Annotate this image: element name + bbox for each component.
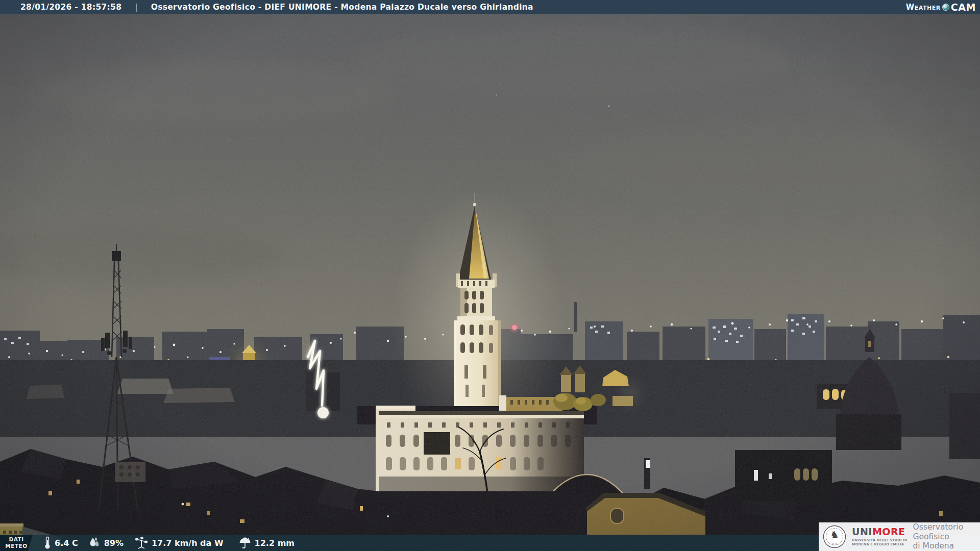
weathercam-logo[interactable]: Weather CAM [906,2,976,13]
observatory-name: Osservatorio Geofisico di Modena [913,522,980,551]
vignette [0,0,980,551]
rain-value: 12.2 mm [255,538,295,548]
anemometer-icon [135,537,148,549]
camera-title: Osservatorio Geofisico - DIEF UNIMORE - … [151,3,533,12]
rain-reading: 12.2 mm [239,537,295,549]
thermometer-icon [44,536,51,549]
unimore-more-text: MORE [872,526,905,537]
timestamp: 28/01/2026 - 18:57:58 [20,3,121,12]
temperature-value: 6.4 C [55,538,78,548]
seal-year: 1175 [823,543,846,545]
dati-label: DATI [9,536,23,543]
university-line1: UNIVERSITÀ DEGLI STUDI DI [852,538,907,542]
camera-lens-icon [942,4,949,11]
separator: | [135,3,138,12]
webcam-page: 28/01/2026 - 18:57:58 | Osservatorio Geo… [0,0,980,551]
seal-knight-glyph: ♞ [823,526,846,543]
header-bar: 28/01/2026 - 18:57:58 | Osservatorio Geo… [0,0,980,14]
university-line2: MODENA E REGGIO EMILIA [852,542,907,546]
unimore-wordmark: UNIMORE UNIVERSITÀ DEGLI STUDI DI MODENA… [852,527,907,547]
unimore-credit[interactable]: ♞ 1175 UNIMORE UNIVERSITÀ DEGLI STUDI DI… [819,522,980,551]
webcam-photo [0,0,980,551]
humidity-reading: 89% [88,537,124,549]
unimore-seal-icon: ♞ 1175 [823,525,846,548]
weathercam-weather-text: Weather [906,3,941,12]
humidity-drops-icon [88,537,101,549]
wind-reading: 17.7 km/h da W [135,537,224,549]
umbrella-icon [239,537,251,549]
humidity-value: 89% [104,538,124,548]
unimore-uni-text: UNI [852,526,872,537]
wind-value: 17.7 km/h da W [152,538,224,548]
meteo-label: METEO [5,543,27,549]
dati-meteo-tab: DATI METEO [0,535,33,551]
weathercam-cam-text: CAM [951,2,976,13]
temperature-reading: 6.4 C [44,536,78,549]
